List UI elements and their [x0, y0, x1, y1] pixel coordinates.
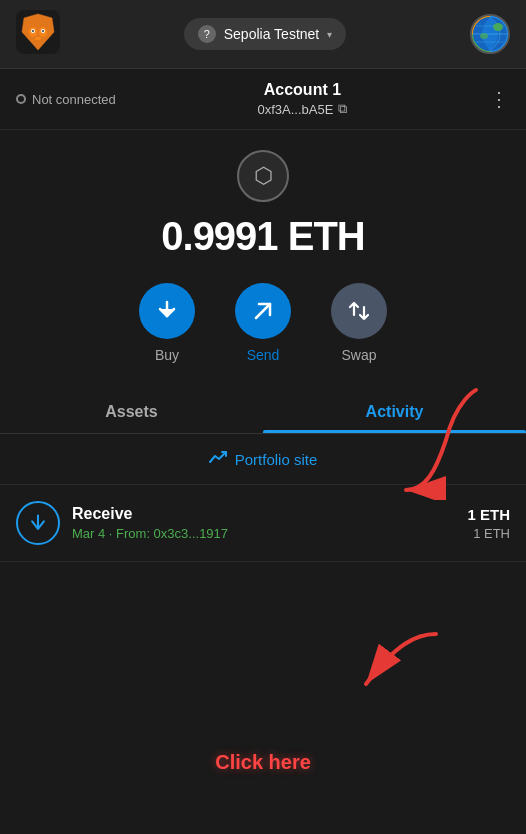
main-content: ⬡ 0.9991 ETH Buy Send [0, 130, 526, 562]
svg-point-10 [42, 30, 44, 32]
connection-dot [16, 94, 26, 104]
swap-label: Swap [341, 347, 376, 363]
buy-button[interactable]: Buy [139, 283, 195, 363]
svg-point-14 [493, 23, 503, 31]
transaction-item[interactable]: Receive Mar 4 · From: 0x3c3...1917 1 ETH… [0, 485, 526, 562]
account-center: Account 1 0xf3A...bA5E ⧉ [257, 81, 347, 117]
network-selector[interactable]: ? Sepolia Testnet ▾ [184, 18, 346, 50]
account-menu-button[interactable]: ⋮ [489, 87, 510, 111]
svg-line-19 [256, 304, 270, 318]
send-button[interactable]: Send [235, 283, 291, 363]
account-address: 0xf3A...bA5E ⧉ [257, 101, 347, 117]
buy-label: Buy [155, 347, 179, 363]
network-question-icon: ? [198, 25, 216, 43]
header: ? Sepolia Testnet ▾ [0, 0, 526, 69]
metamask-logo [16, 10, 60, 58]
tabs: Assets Activity [0, 391, 526, 434]
receive-icon [16, 501, 60, 545]
portfolio-site-link[interactable]: Portfolio site [0, 434, 526, 485]
transaction-amount: 1 ETH 1 ETH [467, 506, 510, 541]
tab-assets[interactable]: Assets [0, 391, 263, 433]
transaction-info: Receive Mar 4 · From: 0x3c3...1917 [72, 505, 455, 541]
svg-rect-12 [35, 37, 41, 40]
copy-icon[interactable]: ⧉ [338, 101, 347, 117]
portfolio-chart-icon [209, 448, 227, 470]
transaction-eth-sub: 1 ETH [467, 526, 510, 541]
svg-point-9 [32, 30, 34, 32]
account-name: Account 1 [257, 81, 347, 99]
globe-icon[interactable] [470, 14, 510, 54]
swap-circle [331, 283, 387, 339]
click-here-annotation: Click here [215, 751, 311, 774]
send-label: Send [247, 347, 280, 363]
arrow-to-transaction [346, 624, 466, 704]
account-bar: Not connected Account 1 0xf3A...bA5E ⧉ ⋮ [0, 69, 526, 130]
svg-point-15 [480, 33, 488, 39]
balance-amount: 0.9991 ETH [161, 214, 364, 259]
not-connected-label: Not connected [32, 92, 116, 107]
action-buttons: Buy Send Swap [139, 283, 387, 363]
eth-icon: ⬡ [237, 150, 289, 202]
eth-symbol: ⬡ [254, 163, 273, 189]
buy-circle [139, 283, 195, 339]
address-text: 0xf3A...bA5E [257, 102, 333, 117]
send-circle [235, 283, 291, 339]
network-label: Sepolia Testnet [224, 26, 319, 42]
not-connected: Not connected [16, 92, 116, 107]
swap-button[interactable]: Swap [331, 283, 387, 363]
transaction-eth-amount: 1 ETH [467, 506, 510, 523]
transaction-title: Receive [72, 505, 455, 523]
chevron-down-icon: ▾ [327, 29, 332, 40]
portfolio-label: Portfolio site [235, 451, 318, 468]
transaction-subtitle: Mar 4 · From: 0x3c3...1917 [72, 526, 455, 541]
tab-activity[interactable]: Activity [263, 391, 526, 433]
